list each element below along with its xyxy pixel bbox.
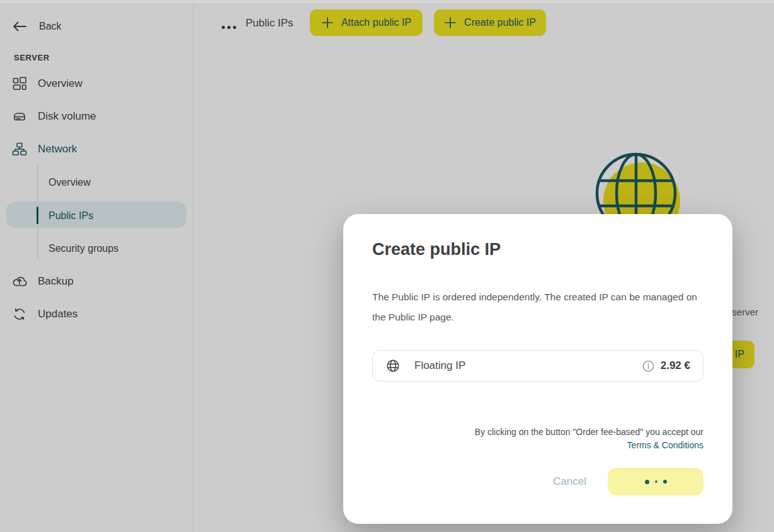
info-circle-icon[interactable] [642,360,654,372]
ip-type-select[interactable]: Floating IP 2.92 € [372,350,703,382]
app-window: Back SERVER Overview [0,0,774,532]
ellipsis-loading-icon [645,480,667,484]
terms-and-conditions-link[interactable]: Terms & Conditions [372,439,703,452]
terms-notice: By clicking on the button "Order fee-bas… [372,426,703,452]
terms-text: By clicking on the button "Order fee-bas… [475,427,703,437]
price-group: 2.92 € [642,359,690,372]
modal-actions: Cancel [372,468,703,495]
price-value: 2.92 € [661,359,690,372]
order-fee-based-button-loading[interactable] [608,468,703,495]
modal-title: Create public IP [372,239,703,259]
globe-icon [385,358,401,373]
ip-type-label: Floating IP [414,359,642,372]
top-bar-edge [0,0,774,4]
modal-description: The Public IP is ordered independently. … [372,287,707,327]
cancel-button[interactable]: Cancel [549,475,590,489]
create-public-ip-modal: Create public IP The Public IP is ordere… [343,214,732,524]
